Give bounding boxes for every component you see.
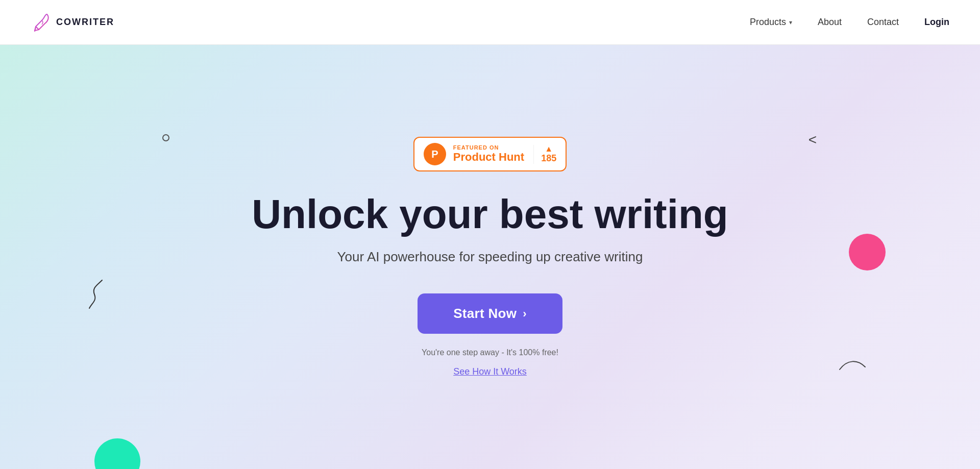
logo-icon bbox=[31, 12, 51, 33]
products-label: Products bbox=[750, 17, 786, 28]
hero-section: < P FEATURED ON Product Hunt ▲ 185 Unloc… bbox=[0, 45, 980, 469]
contact-link[interactable]: Contact bbox=[867, 17, 899, 28]
nav-products-link[interactable]: Products ▾ bbox=[750, 17, 792, 28]
cta-button-label: Start Now bbox=[453, 306, 517, 322]
hero-title: Unlock your best writing bbox=[252, 192, 728, 237]
ph-text-area: FEATURED ON Product Hunt bbox=[453, 144, 524, 164]
hero-subtitle: Your AI powerhouse for speeding up creat… bbox=[337, 249, 643, 265]
logo-text: COWRITER bbox=[56, 17, 114, 28]
ph-featured-label: FEATURED ON bbox=[453, 144, 524, 151]
navbar: COWRITER Products ▾ About Contact Login bbox=[0, 0, 980, 45]
products-chevron-icon: ▾ bbox=[789, 19, 792, 26]
ph-upvote-triangle-icon: ▲ bbox=[545, 145, 553, 153]
cta-arrow-icon: › bbox=[523, 307, 527, 320]
deco-curve-icon bbox=[837, 357, 868, 372]
ph-votes-area: ▲ 185 bbox=[533, 145, 556, 164]
deco-teal-circle bbox=[94, 438, 140, 469]
about-link[interactable]: About bbox=[818, 17, 842, 28]
login-link[interactable]: Login bbox=[924, 17, 949, 28]
ph-vote-count: 185 bbox=[541, 153, 556, 164]
deco-squiggle-icon bbox=[82, 275, 112, 311]
deco-small-circle bbox=[162, 134, 169, 141]
logo-area[interactable]: COWRITER bbox=[31, 12, 114, 33]
nav-links: Products ▾ About Contact Login bbox=[750, 17, 949, 28]
deco-less-than-symbol: < bbox=[808, 132, 817, 148]
ph-logo-icon: P bbox=[424, 143, 446, 165]
start-now-button[interactable]: Start Now › bbox=[418, 293, 562, 334]
ph-product-hunt-label: Product Hunt bbox=[453, 151, 524, 164]
hero-free-text: You're one step away - It's 100% free! bbox=[422, 348, 558, 357]
product-hunt-badge[interactable]: P FEATURED ON Product Hunt ▲ 185 bbox=[413, 137, 567, 171]
how-it-works-link[interactable]: See How It Works bbox=[453, 366, 527, 377]
deco-pink-circle bbox=[849, 234, 886, 270]
